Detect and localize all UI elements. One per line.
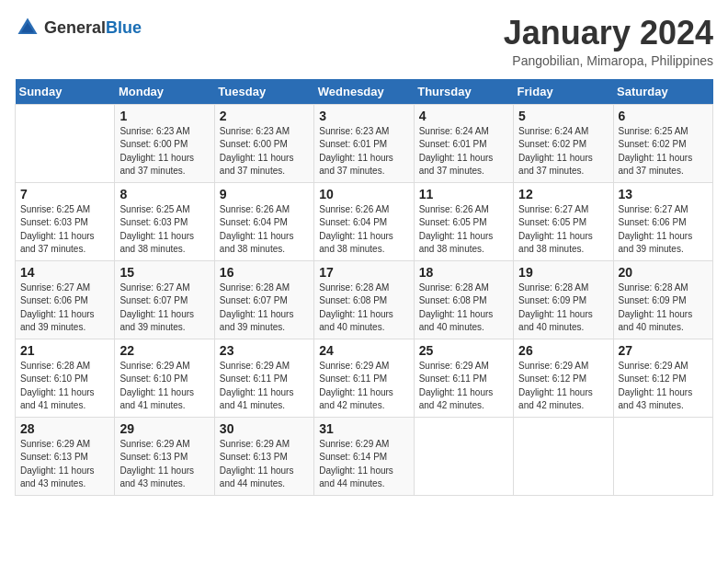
cell-detail: Sunrise: 6:28 AMSunset: 6:10 PMDaylight:… [20,360,109,413]
day-number: 14 [20,265,109,280]
cell-detail: Sunrise: 6:27 AMSunset: 6:06 PMDaylight:… [20,282,109,335]
calendar-cell: 25Sunrise: 6:29 AMSunset: 6:11 PMDayligh… [414,339,513,417]
cell-detail: Sunrise: 6:27 AMSunset: 6:06 PMDaylight:… [619,203,708,257]
week-row-3: 14Sunrise: 6:27 AMSunset: 6:06 PMDayligh… [16,260,713,339]
cell-detail: Sunrise: 6:28 AMSunset: 6:09 PMDaylight:… [518,282,608,335]
calendar-cell: 18Sunrise: 6:28 AMSunset: 6:08 PMDayligh… [414,260,513,339]
cell-detail: Sunrise: 6:29 AMSunset: 6:13 PMDaylight:… [220,438,309,491]
calendar-cell: 4Sunrise: 6:24 AMSunset: 6:01 PMDaylight… [414,104,513,182]
week-row-5: 28Sunrise: 6:29 AMSunset: 6:13 PMDayligh… [16,417,713,495]
day-number: 21 [20,343,109,358]
day-header-wednesday: Wednesday [314,79,414,105]
day-number: 6 [619,109,708,123]
day-number: 1 [119,109,209,123]
main-title: January 2024 [504,15,713,52]
day-number: 7 [20,187,109,201]
day-number: 25 [419,343,508,358]
calendar-cell [613,417,712,495]
subtitle: Pangobilian, Mimaropa, Philippines [504,53,713,68]
calendar-cell: 21Sunrise: 6:28 AMSunset: 6:10 PMDayligh… [16,339,115,417]
day-number: 28 [20,421,109,436]
logo-general-text: General [44,18,106,37]
calendar-cell: 17Sunrise: 6:28 AMSunset: 6:08 PMDayligh… [314,260,414,339]
day-number: 13 [619,187,708,201]
calendar-cell: 12Sunrise: 6:27 AMSunset: 6:05 PMDayligh… [514,182,613,260]
cell-detail: Sunrise: 6:29 AMSunset: 6:12 PMDaylight:… [619,360,708,413]
day-number: 15 [119,265,209,280]
cell-detail: Sunrise: 6:29 AMSunset: 6:11 PMDaylight:… [220,360,309,413]
day-number: 10 [319,187,408,201]
calendar-cell: 14Sunrise: 6:27 AMSunset: 6:06 PMDayligh… [16,260,115,339]
day-number: 18 [419,265,508,280]
day-number: 2 [220,109,309,123]
calendar-cell: 6Sunrise: 6:25 AMSunset: 6:02 PMDaylight… [613,104,712,182]
cell-detail: Sunrise: 6:29 AMSunset: 6:10 PMDaylight:… [119,360,209,413]
day-header-sunday: Sunday [16,79,115,105]
logo: GeneralBlue [15,15,142,40]
day-number: 16 [220,265,309,280]
day-header-tuesday: Tuesday [214,79,313,105]
days-header-row: SundayMondayTuesdayWednesdayThursdayFrid… [16,79,713,105]
calendar-cell: 1Sunrise: 6:23 AMSunset: 6:00 PMDaylight… [115,104,214,182]
day-header-thursday: Thursday [414,79,513,105]
day-number: 26 [518,343,608,358]
calendar-cell: 29Sunrise: 6:29 AMSunset: 6:13 PMDayligh… [115,417,214,495]
calendar-cell: 30Sunrise: 6:29 AMSunset: 6:13 PMDayligh… [214,417,313,495]
day-number: 30 [220,421,309,436]
day-number: 3 [319,109,408,123]
week-row-1: 1Sunrise: 6:23 AMSunset: 6:00 PMDaylight… [16,104,713,182]
day-number: 24 [319,343,408,358]
cell-detail: Sunrise: 6:25 AMSunset: 6:02 PMDaylight:… [619,125,708,178]
title-area: January 2024 Pangobilian, Mimaropa, Phil… [504,15,713,68]
calendar-cell: 31Sunrise: 6:29 AMSunset: 6:14 PMDayligh… [314,417,414,495]
calendar-cell: 15Sunrise: 6:27 AMSunset: 6:07 PMDayligh… [115,260,214,339]
calendar-cell [414,417,513,495]
header: GeneralBlue January 2024 Pangobilian, Mi… [15,15,713,68]
calendar-cell: 3Sunrise: 6:23 AMSunset: 6:01 PMDaylight… [314,104,414,182]
calendar-cell: 11Sunrise: 6:26 AMSunset: 6:05 PMDayligh… [414,182,513,260]
calendar-cell: 8Sunrise: 6:25 AMSunset: 6:03 PMDaylight… [115,182,214,260]
logo-icon [15,15,40,40]
cell-detail: Sunrise: 6:29 AMSunset: 6:11 PMDaylight:… [319,360,408,413]
cell-detail: Sunrise: 6:27 AMSunset: 6:07 PMDaylight:… [119,282,209,335]
calendar-cell: 5Sunrise: 6:24 AMSunset: 6:02 PMDaylight… [514,104,613,182]
calendar-cell: 7Sunrise: 6:25 AMSunset: 6:03 PMDaylight… [16,182,115,260]
calendar-cell: 24Sunrise: 6:29 AMSunset: 6:11 PMDayligh… [314,339,414,417]
calendar-cell: 20Sunrise: 6:28 AMSunset: 6:09 PMDayligh… [613,260,712,339]
cell-detail: Sunrise: 6:28 AMSunset: 6:08 PMDaylight:… [419,282,508,335]
cell-detail: Sunrise: 6:29 AMSunset: 6:12 PMDaylight:… [518,360,608,413]
calendar-cell: 19Sunrise: 6:28 AMSunset: 6:09 PMDayligh… [514,260,613,339]
cell-detail: Sunrise: 6:24 AMSunset: 6:02 PMDaylight:… [518,125,608,178]
day-number: 19 [518,265,608,280]
day-number: 12 [518,187,608,201]
day-number: 20 [619,265,708,280]
calendar-cell: 13Sunrise: 6:27 AMSunset: 6:06 PMDayligh… [613,182,712,260]
day-number: 8 [119,187,209,201]
cell-detail: Sunrise: 6:28 AMSunset: 6:09 PMDaylight:… [619,282,708,335]
day-number: 22 [119,343,209,358]
cell-detail: Sunrise: 6:26 AMSunset: 6:04 PMDaylight:… [319,203,408,257]
cell-detail: Sunrise: 6:24 AMSunset: 6:01 PMDaylight:… [419,125,508,178]
day-number: 5 [518,109,608,123]
calendar-cell: 26Sunrise: 6:29 AMSunset: 6:12 PMDayligh… [514,339,613,417]
day-header-friday: Friday [514,79,613,105]
day-number: 9 [220,187,309,201]
day-number: 23 [220,343,309,358]
cell-detail: Sunrise: 6:26 AMSunset: 6:04 PMDaylight:… [220,203,309,257]
day-number: 4 [419,109,508,123]
calendar-cell: 9Sunrise: 6:26 AMSunset: 6:04 PMDaylight… [214,182,313,260]
day-number: 29 [119,421,209,436]
day-header-saturday: Saturday [613,79,712,105]
cell-detail: Sunrise: 6:29 AMSunset: 6:14 PMDaylight:… [319,438,408,491]
cell-detail: Sunrise: 6:28 AMSunset: 6:07 PMDaylight:… [220,282,309,335]
calendar-cell: 27Sunrise: 6:29 AMSunset: 6:12 PMDayligh… [613,339,712,417]
calendar-cell: 10Sunrise: 6:26 AMSunset: 6:04 PMDayligh… [314,182,414,260]
day-number: 17 [319,265,408,280]
cell-detail: Sunrise: 6:27 AMSunset: 6:05 PMDaylight:… [518,203,608,257]
cell-detail: Sunrise: 6:25 AMSunset: 6:03 PMDaylight:… [119,203,209,257]
calendar-cell: 23Sunrise: 6:29 AMSunset: 6:11 PMDayligh… [214,339,313,417]
calendar-cell [16,104,115,182]
day-number: 27 [619,343,708,358]
calendar-cell: 28Sunrise: 6:29 AMSunset: 6:13 PMDayligh… [16,417,115,495]
calendar-cell: 16Sunrise: 6:28 AMSunset: 6:07 PMDayligh… [214,260,313,339]
